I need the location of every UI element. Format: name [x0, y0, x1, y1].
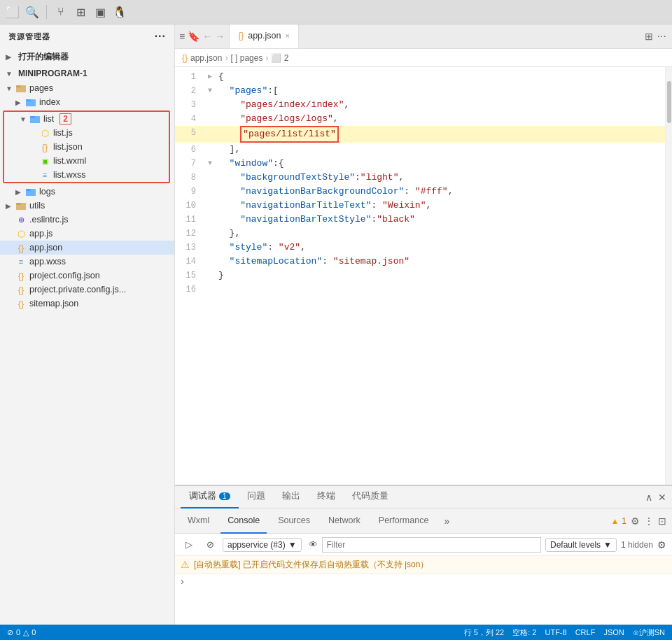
gear-devtools-icon[interactable]: ⚙ — [631, 515, 640, 527]
tree-item-list-js[interactable]: ⬡ list.js — [4, 126, 169, 140]
svg-rect-2 — [16, 85, 21, 87]
hamburger-icon[interactable]: ≡ — [179, 31, 185, 42]
split-editor-icon[interactable]: ⊞ — [645, 31, 653, 42]
devtools-tab-performance[interactable]: Performance — [372, 509, 436, 534]
tree-item-list-wxml[interactable]: ▣ list.wxml — [4, 154, 169, 168]
tree-item-app-json[interactable]: {} app.json — [0, 241, 174, 255]
tree-item-list-json[interactable]: {} list.json — [4, 140, 169, 154]
code-editor[interactable]: 1 ▶ { 2 ▼ "pages":[ 3 "pages/in — [175, 67, 665, 485]
json-file-icon: {} — [39, 141, 50, 152]
chevron-right-icon: ▶ — [6, 53, 15, 61]
svg-rect-13 — [16, 204, 26, 210]
svg-rect-1 — [16, 87, 26, 92]
execute-icon[interactable]: ▷ — [181, 536, 197, 553]
tree-item-pages[interactable]: ▼ pages — [0, 81, 174, 95]
folder-icon — [15, 83, 27, 94]
editor-area: ≡ 🔖 ← → {} app.json × ⊞ ··· {} — [175, 24, 672, 625]
status-spaces[interactable]: 空格: 2 — [512, 627, 536, 638]
tree-item-project-config[interactable]: {} project.config.json — [0, 269, 174, 283]
tree-item-sitemap[interactable]: {} sitemap.json — [0, 297, 174, 311]
tab-app-json[interactable]: {} app.json × — [230, 24, 299, 48]
tree-item-list[interactable]: ▼ list 2 — [4, 112, 169, 126]
json-file-icon: {} — [15, 270, 27, 281]
new-file-icon[interactable]: ⬜ — [6, 5, 20, 19]
tab-close-button[interactable]: × — [285, 31, 289, 40]
svg-rect-8 — [30, 116, 35, 118]
json-bc-icon: {} — [182, 53, 188, 63]
search-icon[interactable]: 🔍 — [25, 5, 39, 19]
devtools-tab-console[interactable]: Console — [220, 509, 267, 534]
block-icon[interactable]: ⊘ — [202, 536, 218, 553]
code-line-12: 12 }, — [175, 227, 665, 241]
tab-code-quality[interactable]: 代码质量 — [344, 486, 397, 509]
chevron-up-icon[interactable]: ∧ — [645, 492, 652, 503]
sidebar: 资源管理器 ··· ▶ 打开的编辑器 ▼ MINIPROGRAM-1 ▼ — [0, 24, 175, 625]
tree-item-project-private[interactable]: {} project.private.config.js... — [0, 283, 174, 297]
code-line-7: 7 ▼ "window":{ — [175, 157, 665, 171]
tree-item-app-js[interactable]: ⬡ app.js — [0, 227, 174, 241]
status-eol[interactable]: CRLF — [575, 628, 596, 637]
filter-input[interactable] — [322, 537, 541, 553]
eslint-icon: ⊛ — [15, 214, 27, 225]
default-levels-dropdown[interactable]: Default levels ▼ — [545, 538, 617, 552]
svg-rect-14 — [16, 203, 21, 205]
folder-icon — [25, 186, 36, 197]
devtools-tab-network[interactable]: Network — [321, 509, 368, 534]
back-icon[interactable]: ← — [202, 31, 212, 42]
status-encoding[interactable]: UTF-8 — [545, 628, 566, 637]
tree-item-logs[interactable]: ▶ logs — [0, 185, 174, 199]
tree-item-eslintrc[interactable]: ⊛ .eslintrc.js — [0, 213, 174, 227]
tab-terminal[interactable]: 终端 — [309, 486, 344, 509]
tree-item-utils[interactable]: ▶ utils — [0, 199, 174, 213]
expand-icon[interactable]: ▶ — [204, 70, 216, 84]
explorer-icon[interactable]: ⊞ — [74, 5, 88, 19]
tab-problems[interactable]: 问题 — [239, 486, 274, 509]
devtools-tab-sources[interactable]: Sources — [271, 509, 317, 534]
tree-item-app-wxss[interactable]: ≡ app.wxss — [0, 255, 174, 269]
code-line-6: 6 ], — [175, 143, 665, 157]
collapse-icon[interactable]: ▼ — [204, 84, 216, 98]
extensions-icon[interactable]: ▣ — [93, 5, 107, 19]
svg-rect-7 — [30, 118, 40, 123]
close-panel-icon[interactable]: ✕ — [658, 492, 666, 503]
bookmark-icon[interactable]: 🔖 — [188, 31, 200, 42]
collapse-icon-7[interactable]: ▼ — [204, 157, 216, 171]
source-control-icon[interactable]: ⑂ — [54, 5, 68, 19]
status-feedback[interactable]: ⊙沪测SN — [633, 627, 665, 638]
tree-item-index[interactable]: ▶ index — [0, 95, 174, 109]
status-errors[interactable]: ⊘ 0 △ 0 — [7, 628, 36, 637]
separator — [46, 5, 47, 19]
file-tree: ▼ pages ▶ index ▼ — [0, 81, 174, 625]
tab-output[interactable]: 输出 — [274, 486, 309, 509]
breadcrumb: {} app.json › [ ] pages › ⬜ 2 — [175, 49, 672, 67]
sidebar-section-open-editors[interactable]: ▶ 打开的编辑器 — [0, 48, 174, 66]
bottom-tab-bar: 调试器 1 问题 输出 终端 代码质量 — [175, 486, 672, 509]
sidebar-menu-icon[interactable]: ··· — [155, 30, 166, 43]
status-language[interactable]: JSON — [603, 628, 624, 637]
console-input-caret[interactable]: › — [175, 574, 672, 588]
tab-debugger[interactable]: 调试器 1 — [181, 486, 239, 509]
more-tabs-icon[interactable]: » — [440, 515, 454, 527]
error-count-icon: ⊘ — [7, 628, 13, 637]
wxml-file-icon: ▣ — [39, 155, 50, 166]
more-devtools-icon[interactable]: ⋮ — [644, 515, 654, 527]
eye-icon[interactable]: 👁 — [309, 539, 318, 550]
status-position[interactable]: 行 5，列 22 — [464, 627, 504, 638]
wechat-icon[interactable]: 🐧 — [113, 5, 127, 19]
more-icon[interactable]: ··· — [657, 30, 666, 43]
gear-console-icon[interactable]: ⚙ — [657, 539, 666, 550]
code-line-2: 2 ▼ "pages":[ — [175, 84, 665, 98]
sidebar-section-project[interactable]: ▼ MINIPROGRAM-1 — [0, 66, 174, 81]
red-box-list: ▼ list 2 ⬡ list.js {} — [3, 111, 170, 183]
folder-icon — [29, 113, 41, 125]
scroll-thumb[interactable] — [667, 81, 671, 123]
warning-count-icon: △ — [23, 628, 29, 637]
editor-scrollbar[interactable] — [665, 67, 672, 485]
console-toolbar: ▷ ⊘ appservice (#3) ▼ 👁 Default levels ▼… — [175, 534, 672, 556]
context-selector[interactable]: appservice (#3) ▼ — [223, 538, 302, 552]
tree-item-list-wxss[interactable]: ≡ list.wxss — [4, 168, 169, 182]
dock-icon[interactable]: ⊡ — [658, 515, 666, 527]
forward-icon[interactable]: → — [215, 31, 225, 42]
devtools-tab-wxml[interactable]: Wxml — [181, 509, 216, 534]
code-line-3: 3 "pages/index/index", — [175, 98, 665, 112]
